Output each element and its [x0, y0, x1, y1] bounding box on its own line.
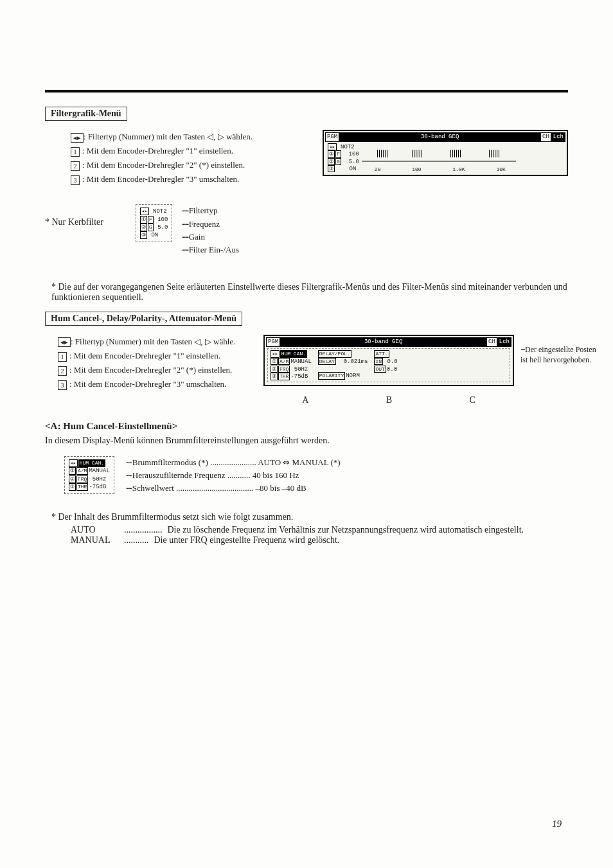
- subA-desc: In diesem Display-Menü können Brummfilte…: [45, 436, 568, 446]
- key-3-icon: 3: [71, 175, 80, 185]
- svg-rect-5: [387, 150, 387, 157]
- label-frequenz: ········ Frequenz: [181, 218, 239, 231]
- key-1-icon: 1: [71, 147, 80, 157]
- mode-manual-desc: Die unter FRQ eingestellte Frequenz wird…: [154, 535, 569, 545]
- key-1-icon: 1: [58, 352, 67, 362]
- svg-rect-0: [377, 150, 378, 157]
- svg-rect-15: [456, 150, 457, 157]
- col-a: A: [302, 395, 308, 405]
- svg-rect-14: [454, 150, 455, 157]
- svg-rect-22: [497, 150, 497, 157]
- lcd1-pgm: PGM: [325, 132, 339, 142]
- s2-line1: ◂▸: Filtertyp (Nummer) mit den Tasten ◁,…: [58, 335, 257, 349]
- svg-rect-8: [416, 150, 416, 157]
- label-gain: ········ Gain: [181, 231, 239, 244]
- lcd1-title: 30-band GEQ: [339, 132, 540, 142]
- subA-lcd: ◂▸HUM CAN. ①A/MMANUAL ②FRQ 50Hz ③THR-75d…: [64, 456, 114, 494]
- svg-rect-18: [489, 150, 490, 157]
- svg-rect-6: [412, 150, 413, 157]
- nur-kerbfilter: Nur Kerbfilter: [52, 217, 103, 227]
- col-b: B: [386, 395, 392, 405]
- svg-rect-2: [381, 150, 382, 157]
- subA-note-lead: Der Inhalt des Brummfiltermodus setzt si…: [58, 512, 294, 522]
- s1-line1: ◂▸: Filtertyp (Nummer) mit den Tasten ◁,…: [71, 130, 315, 144]
- svg-rect-10: [420, 150, 420, 157]
- s2-line4: 3: Mit dem Encoder-Drehregler "3" umscha…: [58, 377, 257, 391]
- svg-rect-4: [385, 150, 386, 157]
- geq-bars-icon: [362, 143, 516, 168]
- s1-line2: 1: Mit dem Encoder-Drehregler "1" einste…: [71, 144, 315, 158]
- svg-rect-23: [499, 150, 499, 157]
- key-2-icon: 2: [58, 366, 67, 376]
- s1-line3: 2: Mit dem Encoder-Drehregler "2" (*) ei…: [71, 158, 315, 172]
- lcd1-lch: Lch: [551, 132, 565, 142]
- svg-rect-19: [491, 150, 492, 157]
- svg-rect-13: [452, 150, 453, 157]
- key-2-icon: 2: [71, 161, 80, 171]
- svg-rect-21: [495, 150, 495, 157]
- label-filtertyp: ········ Filtertyp: [181, 204, 239, 217]
- s2-line2: 1: Mit dem Encoder-Drehregler "1" einste…: [58, 349, 257, 363]
- subA-title: <A: Hum Cancel-Einstellmenü>: [45, 421, 568, 432]
- svg-rect-11: [422, 150, 422, 157]
- lr-key-icon: ◂▸: [71, 133, 84, 143]
- col-c: C: [469, 395, 475, 405]
- svg-rect-20: [493, 150, 493, 157]
- key-3-icon: 3: [58, 380, 67, 390]
- mode-auto-label: AUTO: [71, 525, 119, 535]
- svg-rect-12: [450, 150, 451, 157]
- lcd-filtergrafik: PGM 30-band GEQ CH Lch ◂▸ NOT2 ①F 100 ②G…: [323, 130, 568, 176]
- svg-rect-1: [379, 150, 380, 157]
- mode-auto-desc: Die zu löschende Frequenz im Verhältnis …: [168, 525, 569, 535]
- lcd1-ch: CH: [540, 132, 551, 142]
- label-filter-onoff: ········ Filter Ein-/Aus: [181, 244, 239, 256]
- svg-rect-9: [418, 150, 418, 157]
- svg-rect-7: [414, 150, 414, 157]
- side-note: ······ Der eingestellte Posten ist hell …: [520, 335, 598, 365]
- s2-line3: 2: Mit dem Encoder-Drehregler "2" (*) ei…: [58, 363, 257, 377]
- svg-rect-16: [458, 150, 459, 157]
- lr-key-icon: ◂▸: [58, 337, 71, 347]
- section2-title: Hum Cancel-, Delay/Polarity-, Attenuator…: [45, 312, 242, 326]
- svg-rect-3: [383, 150, 384, 157]
- section1-title: Filtergrafik-Menü: [45, 107, 127, 121]
- subA-row3: ······· Schwellwert ....................…: [126, 482, 341, 495]
- mini-lcd-callout: ◂▸ NOT2 ①F 100 ②G 5.0 ③ ON: [136, 204, 172, 242]
- sect1-note: Die auf der vorangegangenen Seite erläut…: [51, 282, 567, 302]
- lcd-hum-delay-att: PGM 30-band GEQ CH Lch ◂▸HUM CAN. ①A/MMA…: [263, 335, 514, 386]
- s1-line4: 3: Mit dem Encoder-Drehregler "3" umscha…: [71, 172, 315, 186]
- page-number: 19: [552, 819, 562, 829]
- subA-row2: ······· Herauszufilternde Frequenz .....…: [126, 469, 341, 482]
- svg-rect-17: [460, 150, 461, 157]
- subA-row1: ······· Brummfiltermodus (*) ...........…: [126, 456, 341, 469]
- mode-manual-label: MANUAL: [71, 535, 119, 545]
